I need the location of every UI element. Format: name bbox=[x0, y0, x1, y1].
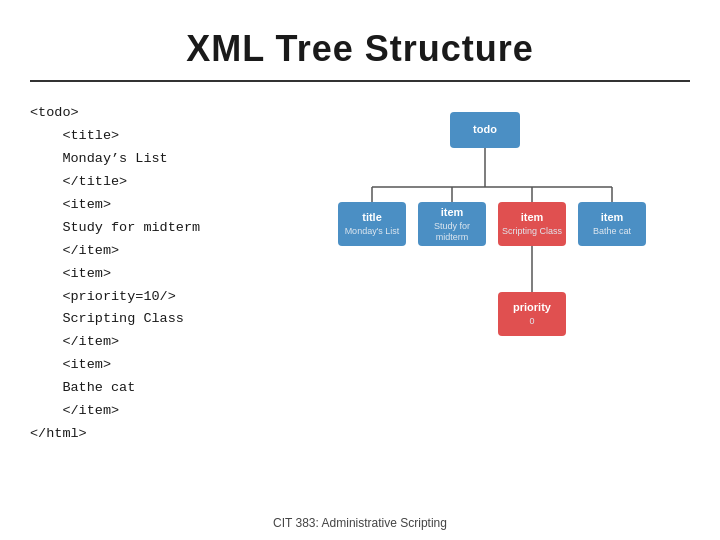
node-item1-label: item bbox=[441, 206, 464, 219]
node-todo: todo bbox=[450, 112, 520, 148]
node-priority-sub: 0 bbox=[529, 316, 534, 327]
main-content: <todo> <title> Monday’s List </title> <i… bbox=[0, 82, 720, 512]
node-title-sub: Monday's List bbox=[345, 226, 400, 237]
footer: CIT 383: Administrative Scripting bbox=[0, 512, 720, 540]
node-title: title Monday's List bbox=[338, 202, 406, 246]
node-item2-label: item bbox=[521, 211, 544, 224]
node-item1: item Study for midterm bbox=[418, 202, 486, 246]
page-title: XML Tree Structure bbox=[186, 28, 533, 70]
page: XML Tree Structure <todo> <title> Monday… bbox=[0, 0, 720, 540]
node-priority: priority 0 bbox=[498, 292, 566, 336]
code-text: <todo> <title> Monday’s List </title> <i… bbox=[30, 105, 200, 441]
footer-text: CIT 383: Administrative Scripting bbox=[273, 516, 447, 530]
node-item3: item Bathe cat bbox=[578, 202, 646, 246]
code-panel: <todo> <title> Monday’s List </title> <i… bbox=[0, 82, 320, 512]
node-todo-label: todo bbox=[473, 123, 497, 136]
node-item2-sub: Scripting Class bbox=[502, 226, 562, 237]
node-priority-label: priority bbox=[513, 301, 551, 314]
node-item1-sub: Study for midterm bbox=[418, 221, 486, 243]
tree-panel: todo title Monday's List item Study for … bbox=[320, 82, 720, 512]
node-title-label: title bbox=[362, 211, 382, 224]
node-item3-label: item bbox=[601, 211, 624, 224]
node-item3-sub: Bathe cat bbox=[593, 226, 631, 237]
tree-container: todo title Monday's List item Study for … bbox=[320, 92, 720, 512]
node-item2: item Scripting Class bbox=[498, 202, 566, 246]
